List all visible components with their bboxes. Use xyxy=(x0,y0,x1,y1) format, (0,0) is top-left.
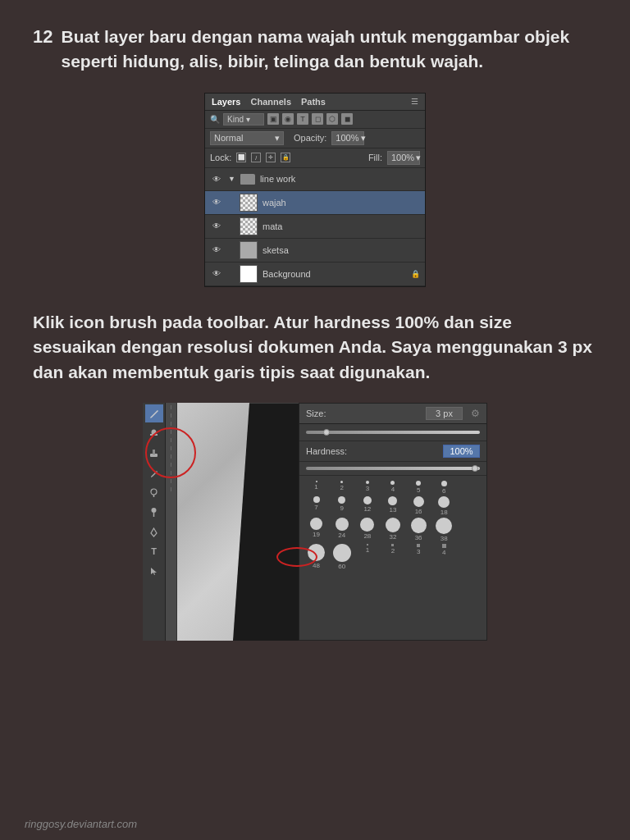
brush-preset-12[interactable]: 12 xyxy=(355,496,379,516)
search-icon: 🔍 xyxy=(210,115,220,124)
brush-preset-36[interactable]: 36 xyxy=(407,518,431,542)
tool-pencil[interactable] xyxy=(145,463,163,482)
brush-preset-24[interactable]: 24 xyxy=(330,518,354,542)
lock-all[interactable]: 🔒 xyxy=(281,153,290,162)
brush-size-slider[interactable] xyxy=(306,431,480,434)
tool-eraser[interactable] xyxy=(145,444,163,462)
tool-brush[interactable] xyxy=(145,404,163,422)
brush-preset-s1[interactable]: 1 xyxy=(355,544,379,570)
eye-icon-linework[interactable]: 👁 xyxy=(210,172,223,185)
layer-name-mata: mata xyxy=(262,221,420,231)
brush-preset-13[interactable]: 13 xyxy=(381,496,404,516)
brush-preset-16[interactable]: 16 xyxy=(407,496,431,516)
fill-input[interactable]: 100% ▾ xyxy=(387,151,420,165)
brush-preset-panel: Size: 3 px ⚙ xyxy=(299,403,487,641)
brush-size-value: 3 px xyxy=(436,409,453,418)
brush-preset-32[interactable]: 32 xyxy=(381,518,404,542)
brush-size-thumb xyxy=(323,429,330,436)
fill-arrow: ▾ xyxy=(416,153,421,163)
brush-outer: T | | | | | | | | | | | xyxy=(143,403,487,641)
opacity-value: 100% xyxy=(336,133,358,143)
layer-row-linework[interactable]: 👁 ▼ line work xyxy=(205,168,425,191)
brush-preset-28[interactable]: 28 xyxy=(355,518,379,542)
brush-preset-4[interactable]: 4 xyxy=(381,481,404,495)
icon-pixel: ◼ xyxy=(341,113,353,125)
fill-label: Fill: xyxy=(368,153,382,162)
ps-toolbar: T xyxy=(143,403,166,641)
svg-point-6 xyxy=(152,508,157,513)
brush-grid: 1 2 3 4 xyxy=(299,476,486,575)
eye-icon-sketsa[interactable]: 👁 xyxy=(210,244,223,257)
watermark: ringgosy.deviantart.com xyxy=(25,818,137,830)
brush-hardness-input[interactable]: 100% xyxy=(443,445,480,458)
brush-size-row: Size: 3 px ⚙ xyxy=(299,404,486,424)
brush-screenshot: T | | | | | | | | | | | xyxy=(33,403,597,641)
tab-layers[interactable]: Layers xyxy=(212,97,240,107)
layers-panel-wrapper: Layers Channels Paths ☰ 🔍 Kind ▾ ▣ ◉ T ◻… xyxy=(33,93,597,287)
tool-blur[interactable] xyxy=(145,483,163,501)
blend-row: Normal ▾ Opacity: 100% ▾ xyxy=(205,129,425,148)
opacity-label: Opacity: xyxy=(294,133,326,143)
panel-menu-icon[interactable]: ☰ xyxy=(411,97,418,106)
eye-icon-mata[interactable]: 👁 xyxy=(210,220,223,233)
thumb-sketsa xyxy=(240,241,258,259)
brush-preset-6[interactable]: 6 xyxy=(432,481,456,495)
tool-select[interactable] xyxy=(145,562,163,580)
tab-paths[interactable]: Paths xyxy=(301,97,326,107)
brush-preset-5[interactable]: 5 xyxy=(407,481,431,495)
tool-dodge[interactable] xyxy=(145,503,163,521)
brush-preset-19[interactable]: 19 xyxy=(304,518,328,542)
brush-preset-3[interactable]: 3 xyxy=(355,481,379,495)
icon-text: T xyxy=(297,113,308,125)
ruler-vertical: | | | | | | | | | | | xyxy=(166,403,177,641)
kind-select[interactable]: Kind ▾ xyxy=(223,113,264,126)
lock-transparent[interactable]: ⬜ xyxy=(236,153,246,162)
thumb-mata xyxy=(240,217,258,235)
icon-adjust: ◉ xyxy=(282,113,294,125)
layers-panel: Layers Channels Paths ☰ 🔍 Kind ▾ ▣ ◉ T ◻… xyxy=(204,93,426,287)
blend-mode-value: Normal xyxy=(214,133,243,143)
step-12-header: 12 Buat layer baru dengan nama wajah unt… xyxy=(33,25,597,75)
layer-row-mata[interactable]: 👁 mata xyxy=(205,215,425,239)
brush-preset-s4[interactable]: 4 xyxy=(432,544,456,570)
brush-preset-s2[interactable]: 2 xyxy=(381,544,404,570)
step-text: Buat layer baru dengan nama wajah untuk … xyxy=(61,25,597,75)
brush-preset-38[interactable]: 38 xyxy=(432,518,456,542)
brush-preset-2[interactable]: 2 xyxy=(330,481,354,495)
expand-arrow-linework[interactable]: ▼ xyxy=(228,175,235,183)
brush-main: Size: 3 px ⚙ xyxy=(177,403,487,641)
svg-point-1 xyxy=(152,429,157,435)
thumb-background xyxy=(240,265,258,283)
eye-icon-wajah[interactable]: 👁 xyxy=(210,196,223,209)
blend-arrow: ▾ xyxy=(275,133,280,144)
svg-point-4 xyxy=(151,489,157,495)
layer-row-sketsa[interactable]: 👁 sketsa xyxy=(205,239,425,262)
brush-preset-spacer2 xyxy=(458,496,482,516)
blend-mode-select[interactable]: Normal ▾ xyxy=(210,131,284,145)
brush-preset-9[interactable]: 9 xyxy=(330,496,354,516)
brush-hardness-slider[interactable] xyxy=(306,467,480,470)
brush-preset-1[interactable]: 1 xyxy=(304,481,328,495)
tool-pen[interactable] xyxy=(145,523,163,541)
brush-size-slider-row xyxy=(299,424,486,441)
step-number: 12 xyxy=(33,26,52,48)
lock-position[interactable]: ✛ xyxy=(266,153,276,162)
brush-hardness-thumb xyxy=(472,465,478,472)
eye-icon-background[interactable]: 👁 xyxy=(210,267,223,281)
layer-row-background[interactable]: 👁 Background 🔒 xyxy=(205,262,425,286)
brush-size-input[interactable]: 3 px xyxy=(426,407,463,420)
layer-name-sketsa: sketsa xyxy=(262,245,420,255)
brush-gear-icon[interactable]: ⚙ xyxy=(471,408,480,419)
brush-preset-s3[interactable]: 3 xyxy=(407,544,431,570)
brush-preset-48[interactable]: 48 xyxy=(304,544,328,570)
brush-preset-60[interactable]: 60 xyxy=(330,544,354,570)
opacity-input[interactable]: 100% ▾ xyxy=(331,131,364,145)
lock-image[interactable]: / xyxy=(251,153,261,162)
tab-channels[interactable]: Channels xyxy=(250,97,291,107)
lock-label: Lock: xyxy=(210,153,231,162)
tool-text[interactable]: T xyxy=(145,542,163,560)
brush-preset-7[interactable]: 7 xyxy=(304,496,328,516)
tool-stamp[interactable] xyxy=(145,424,163,442)
brush-preset-18[interactable]: 18 xyxy=(432,496,456,516)
layer-row-wajah[interactable]: 👁 wajah xyxy=(205,191,425,215)
